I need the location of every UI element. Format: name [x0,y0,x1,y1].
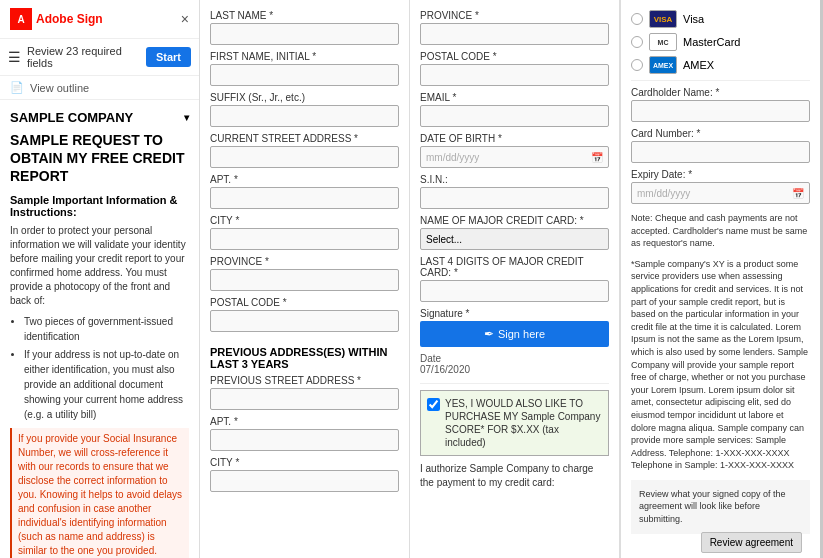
sin-input[interactable] [420,187,609,209]
sidebar: A Adobe Sign × ☰ Review 23 required fiel… [0,0,200,558]
first-name-label: FIRST NAME, INITIAL * [210,51,399,62]
dob-label: DATE OF BIRTH * [420,133,609,144]
last-name-label: LAST NAME * [210,10,399,21]
bullet-list: Two pieces of government-issued identifi… [10,314,189,422]
sign-here-button[interactable]: ✒ Sign here [420,321,609,347]
report-title: SAMPLE REQUEST TO OBTAIN MY FREE CREDIT … [10,131,189,186]
mastercard-icon: MC [649,33,677,51]
last4-input[interactable] [420,280,609,302]
col2-province-input[interactable] [420,23,609,45]
col2-postal-code-label: POSTAL CODE * [420,51,609,62]
card-select[interactable]: Select... Visa MasterCard AMEX [420,228,609,250]
col2-postal-code-input[interactable] [420,64,609,86]
expiry-input[interactable]: mm/dd/yyyy 📅 [631,182,810,204]
card-number-input[interactable] [631,141,810,163]
sin-label: S.I.N.: [420,174,609,185]
bullet-item-2: If your address is not up-to-date on eit… [24,347,189,422]
cardholder-label: Cardholder Name: * [631,87,810,98]
date-value: 07/16/2020 [420,364,470,375]
dob-input[interactable]: mm/dd/yyyy 📅 [420,146,609,168]
expiry-label: Expiry Date: * [631,169,810,180]
amex-icon: AMEX [649,56,677,74]
star-note: *Sample company's XY is a product some s… [631,258,810,472]
view-outline-row: 📄 View outline [0,76,199,100]
close-button[interactable]: × [181,11,189,27]
col2-province-label: PROVINCE * [420,10,609,21]
right-panel: VISA Visa MC MasterCard AMEX AMEX Cardho… [620,0,820,558]
visa-radio[interactable] [631,13,643,25]
city-label: CITY * [210,215,399,226]
postal-code-label: POSTAL CODE * [210,297,399,308]
prev-city-input[interactable] [210,470,399,492]
expiry-calendar-icon: 📅 [792,188,804,199]
sign-here-label: Sign here [498,328,545,340]
mastercard-label: MasterCard [683,36,740,48]
calendar-icon: 📅 [591,152,603,163]
company-name: SAMPLE COMPANY ▾ [10,110,189,125]
review-agreement-button[interactable]: Review agreement [701,532,802,553]
current-address-input[interactable] [210,146,399,168]
previous-address-section-header: PREVIOUS ADDRESS(ES) WITHIN LAST 3 YEARS [210,346,399,370]
card-number-label: Card Number: * [631,128,810,139]
bullet-item-1: Two pieces of government-issued identifi… [24,314,189,344]
chevron-down-icon[interactable]: ▾ [184,112,189,123]
visa-label: Visa [683,13,704,25]
pen-icon: ✒ [484,327,494,341]
first-name-input[interactable] [210,64,399,86]
view-outline-label[interactable]: View outline [30,82,89,94]
card-name-label: NAME OF MAJOR CREDIT CARD: * [420,215,609,226]
province-input[interactable] [210,269,399,291]
important-title: Sample Important Information & Instructi… [10,194,189,218]
mastercard-radio[interactable] [631,36,643,48]
note-text: Note: Cheque and cash payments are not a… [631,212,810,250]
current-address-label: CURRENT STREET ADDRESS * [210,133,399,144]
sidebar-header: A Adobe Sign × [0,0,199,39]
document-icon: 📄 [10,81,24,94]
prev-apt-label: APT. * [210,416,399,427]
app-name: Adobe Sign [36,12,103,26]
review-fields-text: Review 23 required fields [27,45,140,69]
cardholder-input[interactable] [631,100,810,122]
last-name-input[interactable] [210,23,399,45]
amex-label: AMEX [683,59,714,71]
email-label: EMAIL * [420,92,609,103]
checkbox-label: YES, I WOULD ALSO LIKE TO PURCHASE MY Sa… [445,397,602,449]
province-label: PROVINCE * [210,256,399,267]
dob-placeholder: mm/dd/yyyy [426,152,479,163]
suffix-label: SUFFIX (Sr., Jr., etc.) [210,92,399,103]
checkbox-row: YES, I WOULD ALSO LIKE TO PURCHASE MY Sa… [420,390,609,456]
postal-code-input[interactable] [210,310,399,332]
authorize-text: I authorize Sample Company to charge the… [420,462,609,490]
email-input[interactable] [420,105,609,127]
hamburger-icon[interactable]: ☰ [8,49,21,65]
signature-label: Signature * [420,308,609,319]
form-column-2: PROVINCE * POSTAL CODE * EMAIL * DATE OF… [410,0,620,558]
apt-label: APT. * [210,174,399,185]
sidebar-content: SAMPLE COMPANY ▾ SAMPLE REQUEST TO OBTAI… [0,100,199,558]
body-para-1: In order to protect your personal inform… [10,224,189,308]
prev-address-label: PREVIOUS STREET ADDRESS * [210,375,399,386]
mastercard-option[interactable]: MC MasterCard [631,33,810,51]
suffix-input[interactable] [210,105,399,127]
date-row: Date 07/16/2020 [420,353,609,375]
purchase-score-checkbox[interactable] [427,398,440,411]
expiry-placeholder: mm/dd/yyyy [637,188,690,199]
amex-radio[interactable] [631,59,643,71]
sidebar-toolbar: ☰ Review 23 required fields Start [0,39,199,76]
main-area: LAST NAME * FIRST NAME, INITIAL * SUFFIX… [200,0,823,558]
adobe-logo-icon: A [10,8,32,30]
visa-option[interactable]: VISA Visa [631,10,810,28]
form-column-1: LAST NAME * FIRST NAME, INITIAL * SUFFIX… [200,0,410,558]
apt-input[interactable] [210,187,399,209]
city-input[interactable] [210,228,399,250]
amex-option[interactable]: AMEX AMEX [631,56,810,74]
prev-city-label: CITY * [210,457,399,468]
visa-card-icon: VISA [649,10,677,28]
review-pre-text: Review what your signed copy of the agre… [639,489,786,524]
start-button[interactable]: Start [146,47,191,67]
prev-apt-input[interactable] [210,429,399,451]
prev-address-input[interactable] [210,388,399,410]
highlighted-bullet: If you provide your Social Insurance Num… [10,428,189,558]
adobe-logo: A Adobe Sign [10,8,103,30]
date-label: Date [420,353,441,364]
